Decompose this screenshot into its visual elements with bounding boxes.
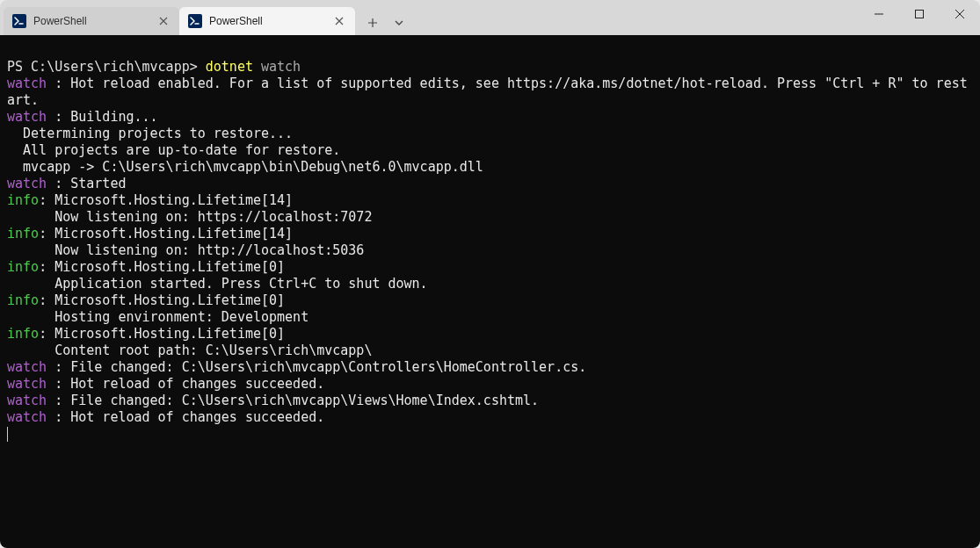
info-label: info	[7, 326, 39, 342]
output-line: : File changed: C:\Users\rich\mvcapp\Con…	[54, 359, 586, 375]
tab-label: PowerShell	[33, 15, 149, 27]
maximize-button[interactable]	[899, 0, 940, 28]
close-icon[interactable]	[156, 14, 171, 28]
info-label: info	[7, 259, 39, 275]
watch-label: watch	[7, 376, 54, 392]
output-line: : Building...	[54, 109, 157, 125]
output-line: : Hot reload enabled. For a list of supp…	[7, 76, 968, 108]
titlebar: PowerShell PowerShell	[0, 0, 980, 35]
minimize-button[interactable]	[859, 0, 899, 28]
watch-label: watch	[7, 109, 54, 125]
watch-label: watch	[7, 409, 54, 425]
output-line: Content root path: C:\Users\rich\mvcapp\	[7, 342, 372, 358]
watch-label: watch	[7, 359, 54, 375]
output-line: mvcapp -> C:\Users\rich\mvcapp\bin\Debug…	[7, 159, 483, 175]
info-label: info	[7, 292, 39, 308]
output-line: Application started. Press Ctrl+C to shu…	[7, 276, 428, 292]
tab-dropdown-button[interactable]	[387, 11, 411, 35]
output-line: Determining projects to restore...	[7, 126, 293, 141]
powershell-icon	[12, 14, 26, 28]
powershell-icon	[188, 14, 202, 28]
tabs-container: PowerShell PowerShell	[0, 0, 411, 35]
svg-rect-0	[12, 14, 26, 28]
tab-powershell-1[interactable]: PowerShell	[4, 7, 179, 35]
output-line: : Hot reload of changes succeeded.	[54, 409, 324, 425]
output-line: : Microsoft.Hosting.Lifetime[0]	[39, 292, 285, 308]
terminal-output[interactable]: PS C:\Users\rich\mvcapp> dotnet watch wa…	[0, 35, 980, 548]
tab-label: PowerShell	[209, 15, 325, 27]
tab-powershell-2[interactable]: PowerShell	[179, 7, 355, 35]
command-arg: watch	[253, 59, 301, 75]
cursor	[7, 427, 8, 442]
output-line: Now listening on: https://localhost:7072	[7, 209, 372, 225]
close-icon[interactable]	[332, 14, 346, 28]
new-tab-button[interactable]	[360, 11, 385, 35]
output-line: All projects are up-to-date for restore.	[7, 142, 340, 158]
watch-label: watch	[7, 393, 54, 408]
output-line: Now listening on: http://localhost:5036	[7, 242, 364, 258]
svg-rect-1	[188, 14, 202, 28]
output-line: : Hot reload of changes succeeded.	[54, 376, 324, 392]
info-label: info	[7, 226, 39, 242]
watch-label: watch	[7, 176, 54, 191]
output-line: Hosting environment: Development	[7, 309, 309, 325]
output-line: : Microsoft.Hosting.Lifetime[14]	[39, 226, 293, 242]
svg-rect-2	[916, 11, 924, 18]
tab-actions	[355, 11, 411, 35]
watch-label: watch	[7, 76, 54, 91]
command-main: dotnet	[206, 59, 253, 75]
output-line: : Microsoft.Hosting.Lifetime[0]	[39, 326, 285, 342]
window-controls	[859, 0, 980, 35]
output-line: : Started	[54, 176, 126, 191]
output-line: : Microsoft.Hosting.Lifetime[0]	[39, 259, 285, 275]
output-line: : File changed: C:\Users\rich\mvcapp\Vie…	[54, 393, 539, 408]
output-line: : Microsoft.Hosting.Lifetime[14]	[39, 192, 293, 208]
close-window-button[interactable]	[940, 0, 980, 28]
info-label: info	[7, 192, 39, 208]
prompt-prefix: PS C:\Users\rich\mvcapp>	[7, 59, 206, 75]
